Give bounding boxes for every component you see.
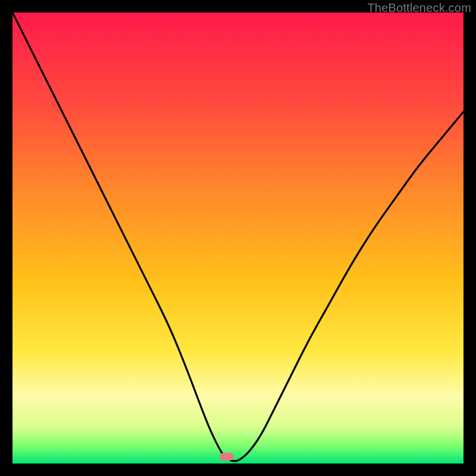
optimal-point-marker — [220, 453, 234, 461]
bottleneck-curve — [12, 12, 464, 464]
watermark-text: TheBottleneck.com — [367, 1, 471, 15]
